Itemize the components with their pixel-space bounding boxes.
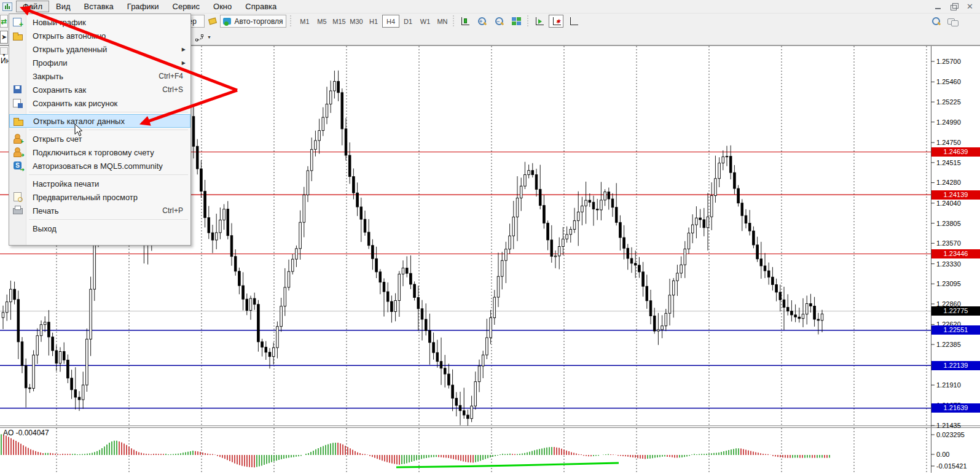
menu-item-label: Печать (33, 206, 59, 216)
menubar-item-вид[interactable]: Вид (49, 1, 77, 12)
timeframe-button-h4[interactable]: H4 (382, 15, 399, 28)
price-tick-label: 1.23805 (936, 220, 961, 227)
tile-windows-icon[interactable] (509, 15, 523, 28)
menu-item-подключиться-к-торговому-счету[interactable]: ➜Подключиться к торговому счету (9, 146, 190, 159)
menu-separator (9, 128, 190, 132)
menu-item-открыть-автономно[interactable]: Открыть автономно (9, 29, 190, 42)
price-tick-label: 1.23570 (936, 239, 961, 247)
menu-separator (9, 110, 190, 114)
window-controls: ✕ (935, 3, 980, 10)
menu-item-label: Новый график (33, 18, 86, 27)
menu-item-сохранить-как[interactable]: Сохранить какCtrl+S (9, 83, 190, 96)
menu-item-сохранить-как-рисунок[interactable]: Сохранить как рисунок (9, 96, 190, 110)
zoom-in-icon[interactable]: + (474, 15, 489, 28)
chart-window-icon (2, 2, 12, 11)
menu-item-label: Предварительный просмотр (33, 193, 138, 202)
menubar-item-сервис[interactable]: Сервис (166, 1, 207, 12)
price-tick-label: 1.23095 (936, 280, 961, 287)
level-price-badge: 1.24639 (931, 147, 980, 157)
toolbar-separator (290, 15, 293, 26)
left-panel-caret[interactable]: ▼ (0, 47, 8, 55)
timeframe-button-m30[interactable]: M30 (348, 15, 365, 28)
print-icon (13, 206, 23, 216)
restore-button[interactable] (951, 3, 958, 10)
menu-item-label: Авторизоваться в MQL5.community (33, 161, 163, 171)
menu-item-label: Профили (33, 58, 68, 68)
timeframe-button-h1[interactable]: H1 (365, 15, 382, 28)
metaeditor-icon[interactable] (206, 15, 219, 28)
submenu-arrow-icon: ▶ (182, 60, 186, 66)
new-order-icon[interactable]: ⇄ (0, 15, 8, 28)
file-menu: Новый графикОткрыть автономноОткрыть уда… (9, 14, 191, 246)
zoom-out-icon[interactable]: − (492, 15, 506, 28)
menu-item-настройка-печати[interactable]: Настройка печати (9, 177, 190, 190)
menu-item-label: Открыть счет (33, 134, 82, 144)
menu-item-авторизоваться-в-mql5-community[interactable]: Авторизоваться в MQL5.community (9, 159, 190, 173)
menu-item-label: Сохранить как рисунок (33, 99, 117, 108)
folder-icon (13, 31, 23, 41)
menu-item-предварительный-просмотр[interactable]: Предварительный просмотр (9, 190, 190, 204)
menu-item-профили[interactable]: Профили▶ (9, 56, 190, 69)
close-button[interactable]: ✕ (966, 3, 974, 10)
cursor-tool-icon[interactable]: ➤ (0, 31, 8, 44)
timeframe-button-m15[interactable]: M15 (331, 15, 348, 28)
menu-shortcut: Ctrl+P (162, 206, 183, 215)
level-price-badge: 1.22551 (931, 325, 980, 335)
menubar-item-файл[interactable]: Файл (16, 1, 49, 12)
menu-item-label: Сохранить как (33, 85, 86, 95)
autotrading-button[interactable]: Авто-торговля (220, 15, 286, 28)
menubar-item-окно[interactable]: Окно (206, 1, 238, 12)
price-tick-label: 1.24750 (936, 139, 961, 146)
empty-icon (13, 44, 23, 54)
timeframe-button-d1[interactable]: D1 (399, 15, 417, 28)
menubar: ФайлВидВставкаГрафикиСервисОкноСправка ✕ (0, 0, 980, 14)
menu-item-label: Открыть удаленный (33, 45, 107, 54)
ao-tick-label: 0.023295 (936, 431, 965, 438)
ao-indicator-label: AO -0.004047 (3, 429, 49, 437)
minimize-button[interactable] (935, 3, 942, 10)
empty-icon (13, 58, 23, 68)
menu-item-label: Закрыть (33, 72, 63, 81)
price-tick-label: 1.21910 (936, 381, 961, 389)
autotrading-label: Авто-торговля (234, 17, 283, 26)
price-tick-label: 1.25460 (936, 78, 961, 85)
level-price-badge: 1.23446 (931, 249, 980, 258)
price-tick-label: 1.22385 (936, 341, 961, 348)
autoscroll-icon[interactable] (531, 15, 546, 28)
toolbar-separator (453, 15, 456, 26)
menubar-item-справка[interactable]: Справка (238, 1, 283, 12)
chart-shift-icon[interactable]: ✱ (549, 15, 563, 28)
menu-item-label: Подключиться к торговому счету (33, 148, 154, 157)
menu-item-открыть-каталог-данных[interactable]: Открыть каталог данных (9, 114, 190, 128)
timeframe-button-m5[interactable]: M5 (313, 15, 331, 28)
menu-item-новый-график[interactable]: Новый график (9, 15, 190, 29)
empty-icon (13, 223, 23, 233)
mql5-icon (13, 161, 23, 171)
line-tool-icon[interactable]: ▼ (192, 31, 215, 44)
menu-item-закрыть[interactable]: ЗакрытьCtrl+F4 (9, 69, 190, 83)
chat-icon[interactable] (945, 15, 960, 28)
menu-shortcut: Ctrl+F4 (159, 72, 183, 80)
timeframe-button-m1[interactable]: M1 (296, 15, 313, 28)
search-icon[interactable] (929, 15, 943, 28)
timeframe-button-mn[interactable]: MN (434, 15, 451, 28)
price-tick-label: 1.25700 (936, 58, 961, 65)
current-price-badge: 1.22775 (931, 306, 980, 316)
person arr-icon: ➜ (13, 147, 23, 157)
price-tick-label: 1.24280 (936, 179, 961, 186)
menu-item-выход[interactable]: Выход (9, 222, 190, 235)
ao-tick-label: 0.00 (936, 451, 949, 458)
candlestick-chart-icon[interactable] (457, 15, 472, 28)
menu-item-открыть-удаленный[interactable]: Открыть удаленный▶ (9, 42, 190, 56)
menubar-item-графики[interactable]: Графики (120, 1, 166, 12)
timeframe-button-w1[interactable]: W1 (417, 15, 434, 28)
newchart-icon (13, 17, 23, 27)
menubar-item-вставка[interactable]: Вставка (77, 1, 120, 12)
menu-item-открыть-счет[interactable]: +Открыть счет (9, 132, 190, 146)
submenu-arrow-icon: ▶ (182, 47, 186, 52)
chart-scale-icon[interactable] (566, 15, 581, 28)
left-panel-label: Ин (1, 56, 9, 65)
level-price-badge: 1.22139 (931, 361, 980, 370)
menu-item-печать[interactable]: ПечатьCtrl+P (9, 204, 190, 217)
metatrader-window: 1.257001.254601.252251.249901.247501.245… (0, 0, 980, 474)
